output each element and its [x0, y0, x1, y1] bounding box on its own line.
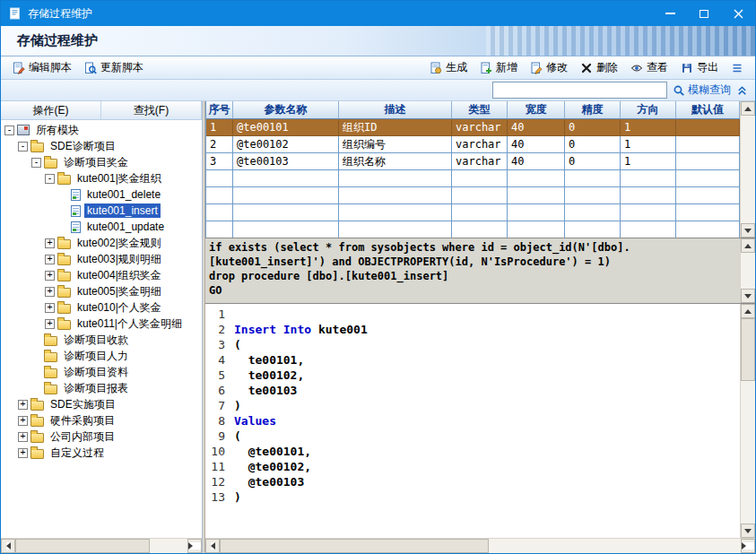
- expand-icon[interactable]: +: [45, 287, 55, 297]
- code-line: 10 @te00101,: [205, 444, 740, 459]
- scroll-track[interactable]: [741, 116, 755, 223]
- left-horizontal-scrollbar[interactable]: [1, 538, 202, 553]
- table-row[interactable]: 3@te00103组织名称varchar4001: [206, 153, 740, 170]
- tree-item[interactable]: 诊断项目资料: [1, 364, 202, 380]
- tree-item[interactable]: +kute002|奖金规则: [1, 235, 202, 251]
- edit-script-button[interactable]: 编辑脚本: [6, 58, 78, 77]
- tab-operate[interactable]: 操作(E): [1, 101, 101, 119]
- tree-item[interactable]: 诊断项目收款: [1, 332, 202, 348]
- tree-item[interactable]: +公司内部项目: [1, 428, 202, 445]
- editor-vertical-scrollbar[interactable]: [740, 304, 755, 538]
- tree-item[interactable]: +kute003|规则明细: [1, 251, 202, 267]
- scroll-right-button[interactable]: [741, 539, 755, 553]
- scroll-track[interactable]: [15, 539, 187, 553]
- scroll-thumb[interactable]: [220, 539, 489, 553]
- scroll-down-button[interactable]: [741, 524, 755, 538]
- folder-icon: [44, 336, 57, 346]
- tree-item[interactable]: +SDE实施项目: [1, 396, 202, 412]
- tree-item[interactable]: +kute011|个人奖金明细: [1, 316, 202, 332]
- expand-icon[interactable]: +: [45, 255, 55, 264]
- modify-button[interactable]: 修改: [524, 58, 574, 77]
- maximize-icon: [700, 10, 708, 18]
- scroll-thumb[interactable]: [741, 318, 755, 381]
- tree-item[interactable]: kute001_insert: [1, 203, 202, 219]
- minimize-button[interactable]: [653, 1, 687, 26]
- scroll-track[interactable]: [741, 318, 755, 524]
- close-button[interactable]: [721, 1, 755, 26]
- collapse-icon[interactable]: -: [4, 126, 14, 135]
- scroll-up-button[interactable]: [741, 304, 755, 318]
- module-icon: [17, 125, 30, 135]
- delete-label: 删除: [596, 60, 618, 75]
- column-header[interactable]: 方向: [621, 101, 676, 119]
- page-title: 存储过程维护: [17, 32, 98, 49]
- table-row[interactable]: 2@te00102组织编号varchar4001: [206, 136, 740, 153]
- fuzzy-search-button[interactable]: 模糊查询: [673, 82, 731, 98]
- export-button[interactable]: 导出: [674, 58, 725, 77]
- tree-item[interactable]: -诊断项目奖金: [1, 154, 202, 170]
- tab-find[interactable]: 查找(F): [101, 101, 202, 119]
- expand-icon[interactable]: +: [45, 319, 55, 329]
- expand-icon[interactable]: +: [18, 416, 28, 426]
- view-button[interactable]: 查看: [624, 58, 674, 77]
- editor-horizontal-scrollbar[interactable]: [205, 538, 755, 553]
- collapse-icon[interactable]: -: [18, 142, 28, 151]
- tree-item[interactable]: +自定义过程: [1, 445, 202, 461]
- tree-item[interactable]: kute001_delete: [1, 186, 202, 203]
- sql-vertical-scrollbar[interactable]: [740, 238, 755, 303]
- expand-icon[interactable]: +: [18, 400, 28, 410]
- scroll-track[interactable]: [220, 539, 741, 553]
- add-new-button[interactable]: 新增: [474, 58, 524, 77]
- expand-icon[interactable]: +: [45, 271, 55, 281]
- column-header[interactable]: 宽度: [508, 101, 565, 119]
- column-header[interactable]: 序号: [206, 101, 233, 119]
- tree-item[interactable]: +kute010|个人奖金: [1, 299, 202, 316]
- tree-item[interactable]: 诊断项目人力: [1, 348, 202, 364]
- scroll-left-button[interactable]: [1, 539, 15, 553]
- expand-icon[interactable]: +: [18, 448, 28, 458]
- generate-button[interactable]: 生成: [423, 58, 474, 77]
- table-cell: [676, 170, 740, 187]
- param-table-grid: 序号参数名称描述类型宽度精度方向默认值 1@te00101组织IDvarchar…: [205, 101, 740, 238]
- code-segment: kute001: [311, 323, 368, 336]
- column-header[interactable]: 参数名称: [233, 101, 339, 119]
- scroll-up-button[interactable]: [741, 101, 755, 116]
- tree-item-label: SDE诊断项目: [48, 138, 118, 155]
- maximize-button[interactable]: [687, 1, 721, 26]
- expand-icon[interactable]: +: [18, 432, 28, 442]
- search-input[interactable]: [492, 82, 667, 99]
- expand-icon[interactable]: +: [45, 303, 55, 313]
- tree-item[interactable]: kute001_update: [1, 219, 202, 235]
- tree-item[interactable]: -所有模块: [1, 122, 202, 138]
- collapse-chevrons-icon[interactable]: [736, 84, 748, 96]
- column-header[interactable]: 精度: [565, 101, 621, 119]
- scroll-down-button[interactable]: [741, 289, 755, 303]
- tree-item[interactable]: +kute005|奖金明细: [1, 283, 202, 299]
- column-header[interactable]: 描述: [339, 101, 452, 119]
- scroll-down-button[interactable]: [741, 223, 755, 238]
- table-vertical-scrollbar[interactable]: [740, 101, 755, 238]
- column-header[interactable]: 默认值: [676, 101, 740, 119]
- expand-icon[interactable]: +: [45, 238, 55, 248]
- tree-item[interactable]: +硬件采购项目: [1, 412, 202, 428]
- tree-item[interactable]: -SDE诊断项目: [1, 138, 202, 154]
- tree-item[interactable]: +kute004|组织奖金: [1, 267, 202, 283]
- collapse-icon[interactable]: -: [31, 158, 41, 168]
- scroll-up-button[interactable]: [741, 238, 755, 253]
- scroll-left-button[interactable]: [205, 539, 220, 553]
- code-editor[interactable]: 12Insert Into kute0013(4 te00101,5 te001…: [205, 304, 755, 538]
- table-cell: [206, 187, 233, 204]
- update-script-button[interactable]: 更新脚本: [78, 58, 150, 77]
- scroll-track[interactable]: [741, 253, 755, 289]
- tree-item-label: kute004|组织奖金: [74, 267, 164, 284]
- tree-item[interactable]: -kute001|奖金组织: [1, 170, 202, 186]
- column-header[interactable]: 类型: [452, 101, 508, 119]
- tree-item[interactable]: 诊断项目报表: [1, 380, 202, 396]
- scroll-right-button[interactable]: [187, 539, 202, 553]
- table-cell: [621, 187, 676, 204]
- delete-button[interactable]: 删除: [574, 58, 624, 77]
- collapse-icon[interactable]: -: [45, 174, 55, 184]
- table-row[interactable]: 1@te00101组织IDvarchar4001: [206, 119, 740, 136]
- layout-grid-button[interactable]: [725, 60, 750, 76]
- scroll-thumb[interactable]: [15, 539, 150, 553]
